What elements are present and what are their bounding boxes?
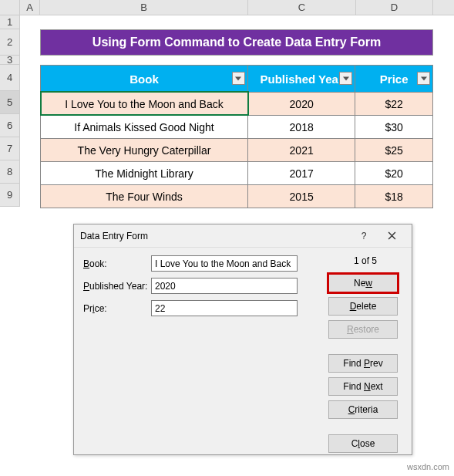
row-headers: 1 2 3 4 5 6 7 8 9 [0,15,20,207]
close-icon[interactable] [378,225,405,247]
cell-year[interactable]: 2021 [248,138,355,161]
table-row[interactable]: The Four Winds 2015 $18 [41,184,432,208]
label-price: Price: [83,303,151,314]
input-book[interactable] [151,255,298,272]
watermark: wsxdn.com [407,462,449,471]
grid-area[interactable]: Using Form Command to Create Data Entry … [20,15,454,207]
cell-book[interactable]: If Animals Kissed Good Night [41,115,248,138]
input-year[interactable] [151,278,298,294]
field-year: Published Year: [83,278,319,294]
row-header-2[interactable]: 2 [0,29,20,56]
col-header-a[interactable]: A [20,0,40,15]
title-banner: Using Form Command to Create Data Entry … [40,29,433,56]
row-header-3[interactable]: 3 [0,56,20,65]
field-price: Price: [83,300,319,316]
restore-button[interactable]: Restore [328,320,398,339]
row-header-9[interactable]: 9 [0,184,20,207]
table-row[interactable]: The Midnight Library 2017 $20 [41,161,432,184]
cell-book[interactable]: The Very Hungry Caterpillar [41,138,248,161]
record-counter: 1 of 5 [328,255,402,266]
input-price[interactable] [151,300,298,316]
cell-year[interactable]: 2020 [248,92,355,115]
filter-icon[interactable] [232,72,245,85]
dialog-body: Book: Published Year: Price: 1 of 5 New … [74,248,412,465]
dialog-title: Data Entry Form [80,231,350,241]
find-next-button[interactable]: Find Next [328,377,398,396]
header-price-label: Price [380,73,409,86]
cell-price[interactable]: $30 [355,115,432,138]
header-book[interactable]: Book [41,66,248,92]
table-row[interactable]: The Very Hungry Caterpillar 2021 $25 [41,138,432,161]
filter-icon[interactable] [417,72,430,85]
col-header-b[interactable]: B [40,0,248,15]
row-header-4[interactable]: 4 [0,65,20,91]
col-header-c[interactable]: C [248,0,356,15]
row-header-5[interactable]: 5 [0,91,20,114]
label-book: Book: [83,258,151,269]
col-header-d[interactable]: D [356,0,433,15]
cell-year[interactable]: 2015 [248,184,355,208]
row-header-1[interactable]: 1 [0,15,20,29]
header-price[interactable]: Price [355,66,432,92]
find-prev-button[interactable]: Find Prev [328,354,398,373]
filter-icon[interactable] [339,72,352,85]
criteria-button[interactable]: Criteria [328,400,398,419]
cell-book[interactable]: The Four Winds [41,184,248,208]
table-header: Book Published Year Price [41,66,432,92]
header-book-label: Book [129,73,159,86]
column-headers: A B C D [0,0,454,15]
row-header-6[interactable]: 6 [0,114,20,137]
cell-price[interactable]: $18 [355,184,432,208]
label-year: Published Year: [83,281,151,292]
dialog-titlebar[interactable]: Data Entry Form ? [74,224,412,248]
cell-price[interactable]: $25 [355,138,432,161]
select-all-corner[interactable] [0,0,20,15]
cell-year[interactable]: 2018 [248,115,355,138]
cell-book[interactable]: The Midnight Library [41,161,248,184]
new-button[interactable]: New [328,274,398,292]
data-table: Book Published Year Price I Love You to … [40,65,433,208]
cell-price[interactable]: $22 [355,92,432,115]
delete-button[interactable]: Delete [328,297,398,316]
row-header-7[interactable]: 7 [0,137,20,160]
cell-price[interactable]: $20 [355,161,432,184]
data-entry-dialog: Data Entry Form ? Book: Published Year: … [73,224,412,455]
header-year-label: Published Year [261,73,343,86]
dialog-fields: Book: Published Year: Price: [83,255,319,457]
dialog-sidebar: 1 of 5 New Delete Restore Find Prev Find… [328,255,402,457]
spreadsheet: A B C D 1 2 3 4 5 6 7 8 9 Using Form Com… [0,0,454,476]
close-button[interactable]: Close [328,434,398,453]
table-row[interactable]: If Animals Kissed Good Night 2018 $30 [41,115,432,138]
help-button[interactable]: ? [350,225,378,247]
header-year[interactable]: Published Year [248,66,355,92]
cell-book[interactable]: I Love You to the Moon and Back [41,92,248,115]
field-book: Book: [83,255,319,272]
table-row[interactable]: I Love You to the Moon and Back 2020 $22 [41,92,432,115]
row-header-8[interactable]: 8 [0,160,20,184]
cell-year[interactable]: 2017 [248,161,355,184]
